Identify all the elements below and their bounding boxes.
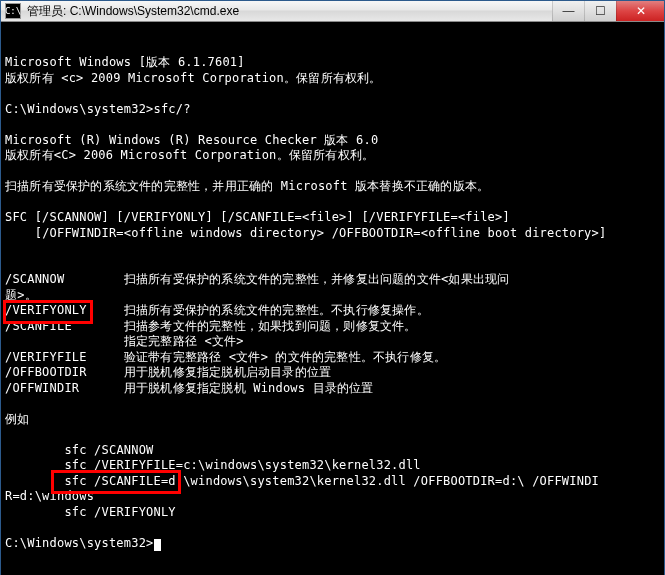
- terminal-line: /OFFBOOTDIR 用于脱机修复指定脱机启动目录的位置: [5, 365, 660, 381]
- terminal-line: [5, 86, 660, 102]
- window-controls: — ☐ ✕: [552, 1, 664, 21]
- terminal-line: [5, 241, 660, 257]
- terminal-line: /VERIFYFILE 验证带有完整路径 <文件> 的文件的完整性。不执行修复。: [5, 350, 660, 366]
- close-button[interactable]: ✕: [616, 1, 664, 21]
- terminal-line: sfc /VERIFYFILE=c:\windows\system32\kern…: [5, 458, 660, 474]
- terminal-line: [5, 117, 660, 133]
- terminal-line: Microsoft (R) Windows (R) Resource Check…: [5, 133, 660, 149]
- minimize-button[interactable]: —: [552, 1, 584, 21]
- terminal-line: 扫描所有受保护的系统文件的完整性，并用正确的 Microsoft 版本替换不正确…: [5, 179, 660, 195]
- terminal-output[interactable]: Microsoft Windows [版本 6.1.7601]版权所有 <c> …: [1, 22, 664, 575]
- terminal-line: /OFFWINDIR 用于脱机修复指定脱机 Windows 目录的位置: [5, 381, 660, 397]
- window-title: 管理员: C:\Windows\System32\cmd.exe: [27, 3, 552, 20]
- terminal-line: 指定完整路径 <文件>: [5, 334, 660, 350]
- terminal-line: /VERIFYONLY 扫描所有受保护的系统文件的完整性。不执行修复操作。: [5, 303, 660, 319]
- maximize-button[interactable]: ☐: [584, 1, 616, 21]
- terminal-line: /SCANNOW 扫描所有受保护的系统文件的完整性，并修复出问题的文件<如果出现…: [5, 272, 660, 288]
- terminal-line: 例如: [5, 412, 660, 428]
- terminal-line: R=d:\windows: [5, 489, 660, 505]
- cmd-icon: C:\: [5, 3, 21, 19]
- terminal-line: C:\Windows\system32>: [5, 536, 660, 552]
- cmd-window: C:\ 管理员: C:\Windows\System32\cmd.exe — ☐…: [0, 0, 665, 575]
- terminal-line: [/OFFWINDIR=<offline windows directory> …: [5, 226, 660, 242]
- terminal-line: [5, 164, 660, 180]
- terminal-line: /SCANFILE 扫描参考文件的完整性，如果找到问题，则修复文件。: [5, 319, 660, 335]
- terminal-line: [5, 257, 660, 273]
- titlebar[interactable]: C:\ 管理员: C:\Windows\System32\cmd.exe — ☐…: [1, 1, 664, 22]
- terminal-line: sfc /VERIFYONLY: [5, 505, 660, 521]
- terminal-line: [5, 520, 660, 536]
- terminal-line: 版权所有<C> 2006 Microsoft Corporation。保留所有权…: [5, 148, 660, 164]
- terminal-line: C:\Windows\system32>sfc/?: [5, 102, 660, 118]
- terminal-line: SFC [/SCANNOW] [/VERIFYONLY] [/SCANFILE=…: [5, 210, 660, 226]
- terminal-line: sfc /SCANFILE=d:\windows\system32\kernel…: [5, 474, 660, 490]
- terminal-line: 版权所有 <c> 2009 Microsoft Corporation。保留所有…: [5, 71, 660, 87]
- cursor: [154, 539, 161, 551]
- terminal-line: 题>。: [5, 288, 660, 304]
- terminal-line: Microsoft Windows [版本 6.1.7601]: [5, 55, 660, 71]
- terminal-line: [5, 195, 660, 211]
- terminal-line: [5, 427, 660, 443]
- terminal-line: sfc /SCANNOW: [5, 443, 660, 459]
- terminal-line: [5, 396, 660, 412]
